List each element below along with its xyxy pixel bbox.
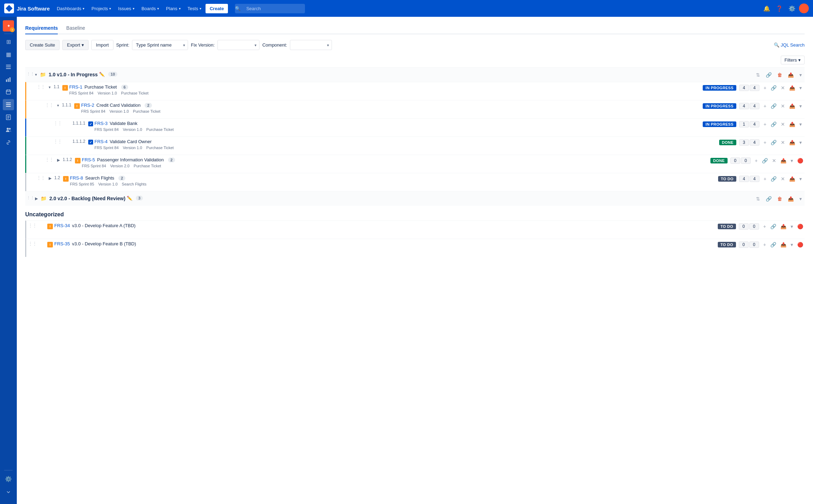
share-btn-frs8[interactable]: 📤 [788,175,797,182]
component-select[interactable] [290,40,332,50]
add-btn-frs35[interactable]: + [762,241,767,248]
share-btn-frs5[interactable]: 📤 [779,157,788,164]
add-btn-frs3[interactable]: + [762,121,768,128]
expand-btn-frs4[interactable]: ▾ [798,139,803,146]
link-btn-frs5[interactable]: 🔗 [760,157,769,164]
sidebar-item-home[interactable]: ⊞ [3,36,14,47]
share-btn-frs2[interactable]: 📤 [788,103,797,110]
item-id-frs5[interactable]: FRS-5 [82,157,95,162]
suite-toggle-1[interactable]: ▾ [34,72,39,78]
suite-edit-icon-1[interactable]: ✏️ [99,72,105,77]
item-id-frs4[interactable]: FRS-4 [95,139,108,144]
suite-expand-btn-2[interactable]: ▾ [798,195,803,202]
share-btn-frs4[interactable]: 📤 [788,139,797,146]
nav-boards[interactable]: Boards ▾ [139,5,162,13]
jql-search-button[interactable]: 🔍 JQL Search [774,42,805,48]
req-row-left-frs5: ⋮⋮ ▶ 1.1.2 ! FRS-5 Passenger Information… [28,157,710,168]
fix-version-select[interactable] [217,40,259,50]
delete-btn-frs3[interactable]: ✕ [779,121,786,128]
sidebar-item-requirements[interactable] [3,99,14,110]
suite-reorder-btn-2[interactable]: ⇅ [755,195,762,202]
expand-btn-frs8[interactable]: ▾ [798,175,803,182]
link-btn-frs3[interactable]: 🔗 [769,121,778,128]
export-button[interactable]: Export ▾ [62,40,89,50]
item-id-frs2[interactable]: FRS-2 [81,103,95,108]
link-btn-frs34[interactable]: 🔗 [769,223,778,230]
toggle-frs1[interactable]: ▾ [47,84,52,90]
add-btn-frs5[interactable]: + [753,157,759,164]
logo[interactable]: Jira Software [4,4,50,13]
delete-btn-frs1[interactable]: ✕ [779,84,786,91]
toggle-frs5[interactable]: ▶ [56,157,61,163]
tab-requirements[interactable]: Requirements [25,22,58,34]
suite-delete-btn-1[interactable]: 🗑 [776,71,784,78]
item-id-frs1[interactable]: FRS-1 [69,84,83,90]
item-id-frs8[interactable]: FRS-8 [70,175,83,181]
share-btn-frs1[interactable]: 📤 [788,84,797,91]
nav-plans[interactable]: Plans ▾ [163,5,183,13]
toggle-frs2[interactable]: ▾ [56,103,61,108]
link-btn-frs1[interactable]: 🔗 [769,84,778,91]
suite-link-btn-2[interactable]: 🔗 [764,195,773,202]
link-btn-frs2[interactable]: 🔗 [769,103,778,110]
add-btn-frs4[interactable]: + [762,139,768,146]
sidebar-item-board[interactable]: ▦ [3,49,14,60]
nav-projects[interactable]: Projects ▾ [89,5,114,13]
search-input[interactable] [235,4,305,13]
toggle-frs8[interactable]: ▶ [47,175,53,181]
suite-link-btn-1[interactable]: 🔗 [764,71,773,78]
nav-issues[interactable]: Issues ▾ [115,5,137,13]
share-btn-frs34[interactable]: 📤 [779,223,788,230]
filters-button[interactable]: Filters ▾ [781,56,805,64]
sidebar-item-team[interactable] [3,124,14,135]
nav-dashboards[interactable]: Dashboards ▾ [54,5,87,13]
item-id-frs3[interactable]: FRS-3 [95,121,108,126]
expand-btn-frs1[interactable]: ▾ [798,84,803,91]
status-badge-frs8: TO DO [718,176,736,182]
suite-delete-btn-2[interactable]: 🗑 [776,195,784,202]
suite-expand-btn-1[interactable]: ▾ [798,71,803,78]
notifications-button[interactable]: 🔔 [761,3,772,14]
sprint-select[interactable]: Type Sprint name [132,40,188,50]
delete-btn-frs8[interactable]: ✕ [779,175,786,182]
suite-edit-icon-2[interactable]: ✏️ [127,196,132,201]
sidebar-item-pages[interactable] [3,112,14,123]
tab-baseline[interactable]: Baseline [66,22,85,34]
delete-btn-frs2[interactable]: ✕ [779,103,786,110]
expand-btn-frs3[interactable]: ▾ [798,121,803,128]
create-button[interactable]: Create [206,4,228,13]
delete-btn-frs4[interactable]: ✕ [779,139,786,146]
share-btn-frs3[interactable]: 📤 [788,121,797,128]
nav-tests[interactable]: Tests ▾ [185,5,204,13]
user-avatar[interactable] [799,4,809,13]
add-btn-frs34[interactable]: + [762,223,767,230]
settings-button[interactable]: ⚙️ [786,3,798,14]
share-btn-frs35[interactable]: 📤 [779,241,788,248]
help-button[interactable]: ❓ [774,3,785,14]
expand-btn-frs35[interactable]: ▾ [789,241,794,248]
suite-share-btn-1[interactable]: 📤 [786,71,795,78]
expand-btn-frs2[interactable]: ▾ [798,103,803,110]
sidebar-item-reports[interactable] [3,74,14,85]
suite-toggle-2[interactable]: ▶ [34,196,39,202]
link-btn-frs8[interactable]: 🔗 [769,175,778,182]
suite-reorder-btn-1[interactable]: ⇅ [755,71,762,78]
expand-btn-frs34[interactable]: ▾ [789,223,794,230]
delete-btn-frs5[interactable]: ✕ [771,157,778,164]
sidebar-item-links[interactable] [3,137,14,148]
item-id-frs34[interactable]: FRS-34 [54,223,70,228]
link-btn-frs35[interactable]: 🔗 [769,241,778,248]
sidebar-item-releases[interactable] [3,86,14,98]
add-btn-frs1[interactable]: + [762,84,768,91]
create-suite-button[interactable]: Create Suite [25,40,60,50]
nav-plans-label: Plans [166,6,178,11]
expand-btn-frs5[interactable]: ▾ [789,157,794,164]
sidebar-project-icon[interactable]: ✦ ! [3,20,14,31]
link-btn-frs4[interactable]: 🔗 [769,139,778,146]
suite-share-btn-2[interactable]: 📤 [786,195,795,202]
sidebar-item-backlog[interactable] [3,61,14,72]
add-btn-frs8[interactable]: + [762,175,768,182]
item-id-frs35[interactable]: FRS-35 [54,241,70,246]
import-button[interactable]: Import [91,40,113,50]
add-btn-frs2[interactable]: + [762,103,768,110]
